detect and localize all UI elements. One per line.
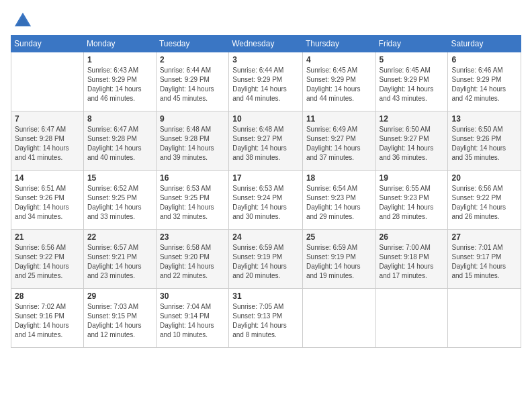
- daylight-text: Daylight: 14 hours and 19 minutes.: [306, 263, 361, 279]
- day-info: Sunrise: 6:54 AM Sunset: 9:23 PM Dayligh…: [306, 184, 372, 222]
- sunrise-text: Sunrise: 6:51 AM: [15, 185, 66, 192]
- calendar-cell: 23 Sunrise: 6:58 AM Sunset: 9:20 PM Dayl…: [156, 230, 228, 289]
- daylight-text: Daylight: 14 hours and 44 minutes.: [232, 85, 287, 102]
- day-info: Sunrise: 6:57 AM Sunset: 9:21 PM Dayligh…: [87, 243, 152, 281]
- daylight-text: Daylight: 14 hours and 37 minutes.: [306, 144, 361, 161]
- logo-icon: [13, 11, 32, 30]
- weekday-header-thursday: Thursday: [302, 36, 375, 52]
- day-number: 6: [451, 55, 517, 64]
- day-number: 10: [232, 114, 299, 124]
- sunset-text: Sunset: 9:29 PM: [380, 76, 429, 83]
- sunrise-text: Sunrise: 7:02 AM: [15, 303, 66, 310]
- calendar-cell: 7 Sunrise: 6:47 AM Sunset: 9:28 PM Dayli…: [11, 111, 84, 171]
- day-info: Sunrise: 6:58 AM Sunset: 9:20 PM Dayligh…: [160, 243, 225, 281]
- calendar-week-3: 14 Sunrise: 6:51 AM Sunset: 9:26 PM Dayl…: [11, 171, 521, 230]
- sunrise-text: Sunrise: 6:53 AM: [232, 185, 283, 192]
- day-info: Sunrise: 6:50 AM Sunset: 9:26 PM Dayligh…: [451, 125, 517, 163]
- sunrise-text: Sunrise: 6:43 AM: [87, 66, 138, 74]
- day-number: 3: [232, 55, 299, 64]
- day-info: Sunrise: 7:01 AM Sunset: 9:17 PM Dayligh…: [451, 243, 517, 281]
- day-info: Sunrise: 6:45 AM Sunset: 9:29 PM Dayligh…: [306, 66, 372, 103]
- calendar-week-4: 21 Sunrise: 6:56 AM Sunset: 9:22 PM Dayl…: [11, 230, 521, 289]
- day-number: 27: [451, 232, 517, 242]
- calendar-table: SundayMondayTuesdayWednesdayThursdayFrid…: [11, 35, 521, 348]
- calendar-cell: 22 Sunrise: 6:57 AM Sunset: 9:21 PM Dayl…: [83, 230, 156, 289]
- day-info: Sunrise: 7:00 AM Sunset: 9:18 PM Dayligh…: [380, 243, 445, 281]
- daylight-text: Daylight: 14 hours and 15 minutes.: [451, 263, 506, 279]
- day-number: 18: [306, 173, 372, 183]
- sunrise-text: Sunrise: 6:48 AM: [160, 126, 211, 133]
- day-number: 13: [451, 114, 517, 124]
- weekday-header-sunday: Sunday: [11, 36, 84, 52]
- weekday-header-monday: Monday: [83, 36, 156, 52]
- sunset-text: Sunset: 9:21 PM: [87, 253, 137, 261]
- weekday-header-saturday: Saturday: [448, 36, 521, 52]
- daylight-text: Daylight: 14 hours and 8 minutes.: [232, 322, 287, 338]
- sunset-text: Sunset: 9:16 PM: [15, 312, 64, 320]
- sunset-text: Sunset: 9:27 PM: [232, 135, 282, 142]
- day-info: Sunrise: 7:02 AM Sunset: 9:16 PM Dayligh…: [15, 302, 80, 340]
- day-number: 19: [380, 173, 445, 183]
- calendar-cell: 27 Sunrise: 7:01 AM Sunset: 9:17 PM Dayl…: [448, 230, 521, 289]
- daylight-text: Daylight: 14 hours and 28 minutes.: [380, 203, 434, 220]
- sunrise-text: Sunrise: 7:05 AM: [232, 303, 283, 310]
- daylight-text: Daylight: 14 hours and 12 minutes.: [87, 322, 142, 338]
- daylight-text: Daylight: 14 hours and 17 minutes.: [380, 263, 434, 279]
- day-number: 11: [306, 114, 372, 124]
- calendar-cell: 10 Sunrise: 6:48 AM Sunset: 9:27 PM Dayl…: [229, 111, 303, 171]
- calendar-cell: 3 Sunrise: 6:44 AM Sunset: 9:29 PM Dayli…: [229, 52, 303, 111]
- sunrise-text: Sunrise: 6:44 AM: [232, 66, 283, 74]
- calendar-header-row: SundayMondayTuesdayWednesdayThursdayFrid…: [11, 36, 521, 52]
- calendar-cell: 13 Sunrise: 6:50 AM Sunset: 9:26 PM Dayl…: [448, 111, 521, 171]
- day-number: 7: [15, 114, 80, 124]
- daylight-text: Daylight: 14 hours and 36 minutes.: [380, 144, 434, 161]
- sunrise-text: Sunrise: 7:03 AM: [87, 303, 138, 310]
- calendar-cell: 25 Sunrise: 6:59 AM Sunset: 9:19 PM Dayl…: [302, 230, 375, 289]
- daylight-text: Daylight: 14 hours and 10 minutes.: [160, 322, 214, 338]
- day-number: 17: [232, 173, 299, 183]
- sunset-text: Sunset: 9:17 PM: [451, 253, 501, 261]
- daylight-text: Daylight: 14 hours and 40 minutes.: [87, 144, 142, 161]
- calendar-week-1: 1 Sunrise: 6:43 AM Sunset: 9:29 PM Dayli…: [11, 52, 521, 111]
- sunrise-text: Sunrise: 6:45 AM: [380, 66, 431, 74]
- calendar-cell: 8 Sunrise: 6:47 AM Sunset: 9:28 PM Dayli…: [83, 111, 156, 171]
- day-number: 23: [160, 232, 225, 242]
- calendar-cell: 18 Sunrise: 6:54 AM Sunset: 9:23 PM Dayl…: [302, 171, 375, 230]
- sunrise-text: Sunrise: 6:54 AM: [306, 185, 357, 192]
- daylight-text: Daylight: 14 hours and 32 minutes.: [160, 203, 214, 220]
- sunset-text: Sunset: 9:26 PM: [15, 194, 64, 201]
- daylight-text: Daylight: 14 hours and 20 minutes.: [232, 263, 287, 279]
- sunset-text: Sunset: 9:15 PM: [87, 312, 137, 320]
- calendar-cell: 5 Sunrise: 6:45 AM Sunset: 9:29 PM Dayli…: [375, 52, 448, 111]
- daylight-text: Daylight: 14 hours and 22 minutes.: [160, 263, 214, 279]
- daylight-text: Daylight: 14 hours and 43 minutes.: [380, 85, 434, 102]
- day-info: Sunrise: 6:47 AM Sunset: 9:28 PM Dayligh…: [87, 125, 152, 163]
- day-info: Sunrise: 6:55 AM Sunset: 9:23 PM Dayligh…: [380, 184, 445, 222]
- page-container: SundayMondayTuesdayWednesdayThursdayFrid…: [0, 0, 532, 411]
- day-info: Sunrise: 6:48 AM Sunset: 9:28 PM Dayligh…: [160, 125, 225, 163]
- calendar-cell: 17 Sunrise: 6:53 AM Sunset: 9:24 PM Dayl…: [229, 171, 303, 230]
- sunrise-text: Sunrise: 7:01 AM: [451, 244, 502, 251]
- day-number: 30: [160, 291, 225, 301]
- daylight-text: Daylight: 14 hours and 29 minutes.: [306, 203, 361, 220]
- day-number: 25: [306, 232, 372, 242]
- day-number: 14: [15, 173, 80, 183]
- day-number: 28: [15, 291, 80, 301]
- daylight-text: Daylight: 14 hours and 39 minutes.: [160, 144, 214, 161]
- sunset-text: Sunset: 9:29 PM: [451, 76, 501, 83]
- sunrise-text: Sunrise: 7:00 AM: [380, 244, 431, 251]
- sunrise-text: Sunrise: 7:04 AM: [160, 303, 211, 310]
- sunset-text: Sunset: 9:29 PM: [232, 76, 282, 83]
- calendar-cell: 29 Sunrise: 7:03 AM Sunset: 9:15 PM Dayl…: [83, 289, 156, 348]
- sunrise-text: Sunrise: 6:55 AM: [380, 185, 431, 192]
- calendar-cell: 20 Sunrise: 6:56 AM Sunset: 9:22 PM Dayl…: [448, 171, 521, 230]
- sunset-text: Sunset: 9:29 PM: [306, 76, 356, 83]
- calendar-cell: 19 Sunrise: 6:55 AM Sunset: 9:23 PM Dayl…: [375, 171, 448, 230]
- calendar-cell: [375, 289, 448, 348]
- sunset-text: Sunset: 9:22 PM: [451, 194, 501, 201]
- daylight-text: Daylight: 14 hours and 23 minutes.: [87, 263, 142, 279]
- calendar-cell: 2 Sunrise: 6:44 AM Sunset: 9:29 PM Dayli…: [156, 52, 228, 111]
- header: [11, 11, 521, 30]
- sunrise-text: Sunrise: 6:56 AM: [451, 185, 502, 192]
- sunrise-text: Sunrise: 6:52 AM: [87, 185, 138, 192]
